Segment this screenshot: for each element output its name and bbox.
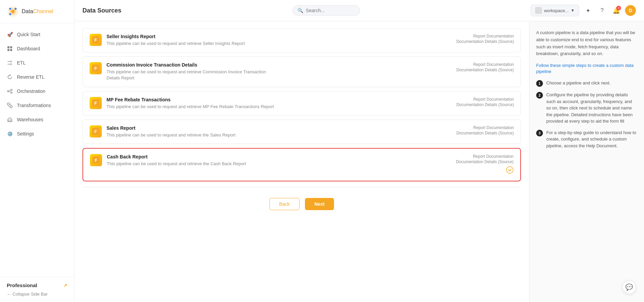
step-number-2: 2 bbox=[536, 92, 543, 99]
logo-icon bbox=[7, 5, 19, 18]
main-area: Data Sources 🔍 workspace... ▼ ✦ ? 🔔 2 D bbox=[74, 0, 644, 302]
step-item-2: 2 Configure the pipeline by providing de… bbox=[536, 92, 637, 125]
pipeline-name: MP Fee Rebate Transactions bbox=[106, 97, 274, 102]
doc-link[interactable]: Report Documentation bbox=[456, 97, 514, 102]
sidebar-item-transformations[interactable]: Transformations bbox=[0, 98, 74, 112]
account-dropdown[interactable]: workspace... ▼ bbox=[531, 5, 579, 16]
doc-link[interactable]: Report Documentation bbox=[456, 125, 514, 130]
transform-icon bbox=[7, 102, 13, 108]
sidebar-item-label: Orchestration bbox=[17, 89, 45, 94]
workflow-icon bbox=[7, 88, 13, 94]
svg-point-11 bbox=[11, 89, 12, 91]
svg-point-2 bbox=[11, 10, 15, 13]
steps-list: 1 Choose a pipeline and click next. 2 Co… bbox=[536, 80, 637, 149]
content-area: F Seller Insights Report This pipeline c… bbox=[74, 21, 644, 302]
professional-label: Professional bbox=[7, 282, 37, 288]
divider bbox=[82, 187, 521, 187]
details-link[interactable]: Documentation Details (Source) bbox=[456, 39, 514, 44]
pipeline-icon: F bbox=[90, 34, 102, 46]
sidebar-item-settings[interactable]: ⚙️ Settings bbox=[0, 127, 74, 141]
pipeline-name: Seller Insights Report bbox=[106, 34, 245, 39]
sidebar-item-label: ETL bbox=[17, 60, 26, 66]
pipeline-desc: This pipeline can be used to request and… bbox=[107, 161, 246, 167]
pipeline-card-seller-insights[interactable]: F Seller Insights Report This pipeline c… bbox=[82, 28, 521, 52]
notifications-button[interactable]: 🔔 2 bbox=[611, 5, 622, 16]
svg-text:F: F bbox=[94, 66, 97, 71]
doc-link[interactable]: Report Documentation bbox=[456, 154, 514, 159]
header: Data Sources 🔍 workspace... ▼ ✦ ? 🔔 2 D bbox=[74, 0, 644, 21]
pipeline-desc: This pipeline can be used to request and… bbox=[106, 104, 274, 110]
search-bar[interactable]: 🔍 bbox=[292, 5, 360, 16]
pipeline-card-sales-report[interactable]: F Sales Report This pipeline can be used… bbox=[82, 120, 521, 144]
step-text-3: For a step-by-step guide to understand h… bbox=[546, 129, 637, 149]
details-link[interactable]: Documentation Details (Source) bbox=[456, 68, 514, 72]
details-link[interactable]: Documentation Details (Source) bbox=[456, 102, 514, 107]
sidebar-item-label: Warehouses bbox=[17, 117, 43, 122]
svg-text:F: F bbox=[94, 101, 97, 106]
svg-point-12 bbox=[11, 92, 12, 93]
account-name: workspace... bbox=[544, 8, 569, 13]
svg-rect-15 bbox=[7, 103, 9, 105]
sidebar-item-label: Settings bbox=[17, 131, 34, 136]
refresh-icon bbox=[7, 74, 13, 80]
pipeline-card-commission-invoice[interactable]: F Commission Invoice Transaction Details… bbox=[82, 56, 521, 87]
collapse-sidebar-button[interactable]: ← Collapse Side Bar bbox=[7, 292, 67, 297]
svg-line-14 bbox=[9, 91, 11, 93]
svg-point-5 bbox=[9, 13, 11, 15]
svg-rect-9 bbox=[10, 49, 12, 51]
svg-rect-6 bbox=[7, 46, 9, 48]
logo: DataChannel bbox=[0, 0, 74, 23]
svg-point-3 bbox=[9, 8, 11, 10]
page-title: Data Sources bbox=[82, 7, 121, 14]
professional-badge: Professional ↗ bbox=[7, 282, 67, 288]
doc-link[interactable]: Report Documentation bbox=[456, 34, 514, 39]
back-button[interactable]: Back bbox=[269, 198, 300, 210]
actions-row: Back Next bbox=[82, 193, 521, 216]
svg-rect-8 bbox=[7, 49, 9, 51]
sidebar-item-dashboard[interactable]: Dashboard bbox=[0, 42, 74, 56]
step-text-2: Configure the pipeline by providing deta… bbox=[546, 92, 637, 125]
header-actions: workspace... ▼ ✦ ? 🔔 2 D bbox=[531, 5, 636, 16]
notif-count: 2 bbox=[616, 6, 621, 10]
doc-link[interactable]: Report Documentation bbox=[456, 62, 514, 67]
avatar[interactable]: D bbox=[625, 5, 636, 16]
account-icon bbox=[535, 7, 542, 14]
pipeline-icon: F bbox=[90, 125, 102, 137]
rocket-icon: 🚀 bbox=[7, 31, 13, 37]
details-link[interactable]: Documentation Details (Source) bbox=[456, 159, 514, 164]
svg-point-10 bbox=[7, 91, 9, 92]
svg-rect-16 bbox=[10, 106, 12, 108]
search-input[interactable] bbox=[306, 8, 353, 13]
pipeline-card-cash-back-report[interactable]: F Cash Back Report This pipeline can be … bbox=[82, 148, 521, 181]
step-text-1: Choose a pipeline and click next. bbox=[546, 80, 611, 86]
details-link[interactable]: Documentation Details (Source) bbox=[456, 131, 514, 135]
sidebar-item-orchestration[interactable]: Orchestration bbox=[0, 84, 74, 98]
info-panel: A custom pipeline is a data pipeline tha… bbox=[529, 21, 644, 302]
next-button[interactable]: Next bbox=[305, 198, 334, 210]
pipeline-icon: F bbox=[90, 97, 102, 109]
sidebar-item-warehouses[interactable]: Warehouses bbox=[0, 112, 74, 127]
logo-text: DataChannel bbox=[22, 8, 53, 15]
sidebar: DataChannel 🚀 Quick Start Dashboard ETL … bbox=[0, 0, 74, 302]
svg-text:F: F bbox=[94, 129, 97, 134]
sidebar-item-quick-start[interactable]: 🚀 Quick Start bbox=[0, 27, 74, 42]
sidebar-item-label: Transformations bbox=[17, 103, 51, 108]
sidebar-item-etl[interactable]: ETL bbox=[0, 56, 74, 70]
chevron-down-icon: ▼ bbox=[571, 8, 575, 13]
search-icon: 🔍 bbox=[297, 8, 303, 13]
step-item-3: 3 For a step-by-step guide to understand… bbox=[536, 129, 637, 149]
pipeline-icon: F bbox=[90, 154, 102, 166]
external-link-icon[interactable]: ↗ bbox=[63, 283, 67, 288]
svg-text:F: F bbox=[94, 37, 97, 43]
pipeline-name: Commission Invoice Transaction Details bbox=[106, 62, 276, 68]
info-description: A custom pipeline is a data pipeline tha… bbox=[536, 29, 637, 57]
sidebar-item-reverse-etl[interactable]: Reverse ETL bbox=[0, 70, 74, 84]
pipeline-list: F Seller Insights Report This pipeline c… bbox=[74, 21, 529, 302]
info-link[interactable]: Follow these simple steps to create a cu… bbox=[536, 63, 634, 74]
sidebar-bottom: Professional ↗ ← Collapse Side Bar bbox=[0, 277, 74, 302]
chat-button[interactable]: 💬 bbox=[622, 280, 636, 294]
svg-rect-7 bbox=[10, 46, 12, 48]
pipeline-card-mp-fee-rebate[interactable]: F MP Fee Rebate Transactions This pipeli… bbox=[82, 91, 521, 116]
sparkle-button[interactable]: ✦ bbox=[582, 5, 593, 16]
help-button[interactable]: ? bbox=[597, 5, 607, 16]
